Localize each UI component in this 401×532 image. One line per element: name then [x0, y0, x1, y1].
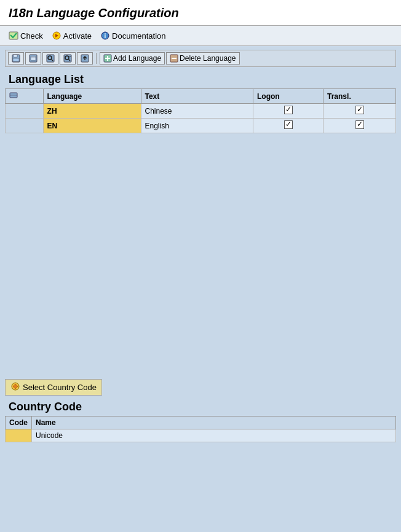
logon-checkbox[interactable]: [253, 104, 323, 119]
country-col-code: Code: [6, 417, 32, 429]
documentation-icon: i: [100, 31, 110, 41]
transl-checkbox[interactable]: [324, 104, 396, 119]
col-selector: [6, 89, 44, 104]
language-table: Language Text Logon Transl. ZHChineseENE…: [5, 88, 396, 133]
find-next-button[interactable]: [60, 52, 76, 65]
country-col-name: Name: [32, 417, 396, 429]
language-text: Chinese: [141, 104, 253, 119]
add-language-icon: [103, 54, 112, 63]
save-icon: [12, 54, 20, 63]
col-logon: Logon: [253, 89, 323, 104]
row-selector[interactable]: [6, 104, 44, 119]
language-table-row[interactable]: ENEnglish: [6, 119, 396, 133]
delete-language-icon: [170, 54, 178, 63]
add-language-button[interactable]: Add Language: [100, 52, 165, 65]
main-content: Add Language Delete Language Language Li…: [0, 46, 401, 446]
svg-text:i: i: [105, 33, 106, 39]
documentation-button[interactable]: i Documentation: [98, 29, 168, 42]
language-list-title: Language List: [5, 69, 396, 88]
page-title: I18n Language Configuration: [9, 6, 392, 20]
country-table-row: Unicode: [6, 429, 396, 442]
check-label: Check: [20, 31, 43, 41]
select-country-code-button[interactable]: Select Country Code: [5, 379, 102, 396]
country-code-title: Country Code: [5, 398, 396, 416]
restore-icon: [29, 54, 38, 63]
find-icon: [46, 54, 55, 63]
find-button[interactable]: [42, 52, 58, 65]
language-code: ZH: [43, 104, 141, 119]
toolbar-separator: [96, 53, 97, 64]
export-icon: [81, 54, 89, 63]
language-table-row[interactable]: ZHChinese: [6, 104, 396, 119]
check-button[interactable]: Check: [6, 29, 46, 42]
check-icon: [9, 31, 18, 41]
select-country-label: Select Country Code: [23, 383, 97, 392]
add-language-label: Add Language: [113, 54, 161, 63]
activate-label: Activate: [63, 31, 92, 41]
main-toolbar: Check Activate i Documentation: [0, 26, 401, 46]
language-text: English: [141, 119, 253, 133]
bottom-section: Select Country Code Country Code Code Na…: [5, 379, 396, 442]
language-code: EN: [43, 119, 141, 133]
table-toolbar: Add Language Delete Language: [5, 50, 396, 67]
activate-button[interactable]: Activate: [49, 29, 94, 42]
logon-checkbox[interactable]: [253, 119, 323, 133]
find-next-icon: [63, 54, 72, 63]
svg-rect-6: [13, 58, 19, 61]
svg-rect-8: [31, 57, 36, 60]
select-country-icon: [10, 381, 20, 393]
svg-rect-5: [14, 55, 17, 57]
documentation-label: Documentation: [112, 31, 165, 41]
restore-button[interactable]: [25, 52, 41, 65]
delete-language-label: Delete Language: [180, 54, 236, 63]
col-transl: Transl.: [324, 89, 396, 104]
row-selector[interactable]: [6, 119, 44, 133]
activate-icon: [52, 31, 62, 41]
page-title-bar: I18n Language Configuration: [0, 0, 401, 26]
col-language: Language: [43, 89, 141, 104]
save-button[interactable]: [8, 52, 24, 65]
country-code-cell: [6, 429, 32, 442]
country-name-cell: Unicode: [32, 429, 396, 442]
export-button[interactable]: [77, 52, 93, 65]
transl-checkbox[interactable]: [324, 119, 396, 133]
col-text: Text: [141, 89, 253, 104]
country-table: Code Name Unicode: [5, 416, 396, 442]
delete-language-button[interactable]: Delete Language: [166, 52, 239, 65]
